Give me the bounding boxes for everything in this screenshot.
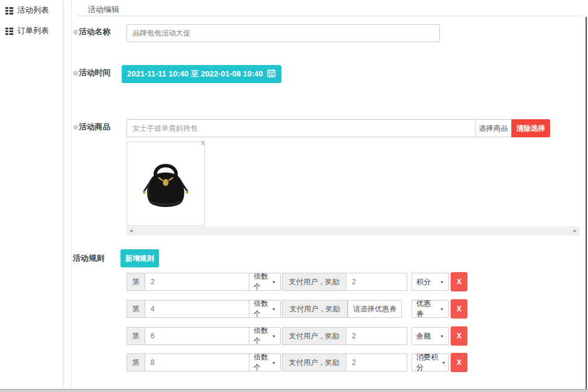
- rule-type-select[interactable]: 积分▼: [411, 273, 449, 291]
- activity-name-input[interactable]: [127, 24, 440, 42]
- rule-unit-select[interactable]: 倍数个▼: [249, 353, 281, 372]
- rule-type-select[interactable]: 余额▼: [411, 327, 449, 345]
- rule-prefix: 第: [127, 273, 145, 291]
- time-range-text: 2021-11-11 10:40 至 2022-01-08 10:40: [127, 69, 263, 79]
- rule-reward-label: 支付用户，奖励: [282, 327, 346, 345]
- chevron-down-icon: ▼: [272, 280, 276, 284]
- scroll-right-icon[interactable]: ►: [571, 226, 580, 235]
- activity-product-label: ⊛活动商品: [73, 122, 110, 132]
- activity-rules-label: 活动规则: [73, 253, 104, 264]
- delete-rule-button[interactable]: X: [451, 326, 468, 346]
- rule-reward-input[interactable]: [346, 273, 407, 291]
- activity-time-range-button[interactable]: 2021-11-11 10:40 至 2022-01-08 10:40: [122, 65, 281, 83]
- required-icon: ⊛: [73, 28, 78, 36]
- delete-rule-button[interactable]: X: [451, 272, 468, 291]
- rule-count-input[interactable]: [145, 300, 249, 318]
- delete-rule-button[interactable]: X: [451, 299, 468, 319]
- panel-left-border: [71, 0, 72, 389]
- rule-reward-input[interactable]: [346, 353, 407, 372]
- rule-prefix: 第: [127, 300, 145, 318]
- chevron-down-icon: ▼: [272, 334, 276, 338]
- rule-type-select[interactable]: 优惠券▼: [411, 300, 449, 318]
- sidebar-item-label: 订单列表: [17, 25, 49, 36]
- remove-product-icon[interactable]: x: [201, 139, 205, 146]
- rule-prefix: 第: [127, 353, 145, 372]
- horizontal-scrollbar[interactable]: ◄ ►: [127, 226, 580, 235]
- calendar-icon: [267, 69, 276, 79]
- select-product-button[interactable]: 选择商品: [475, 119, 511, 137]
- list-icon: [5, 27, 13, 35]
- page-bottom-bar: [0, 389, 588, 392]
- sidebar-item-order-list[interactable]: 订单列表: [5, 25, 49, 36]
- list-icon: [5, 7, 13, 14]
- tab-underline: [77, 16, 581, 16]
- rule-unit-select[interactable]: 倍数个▼: [249, 273, 281, 291]
- rule-count-input[interactable]: [145, 327, 249, 345]
- rule-count-input[interactable]: [145, 353, 249, 372]
- rule-type-select[interactable]: 消费积分▼: [411, 353, 449, 372]
- panel-right-border: [586, 17, 587, 389]
- activity-time-label: ⊛活动时间: [73, 67, 110, 78]
- chevron-down-icon: ▼: [440, 334, 444, 338]
- required-icon: ⊛: [73, 69, 78, 76]
- add-rule-button[interactable]: 新增规则: [120, 249, 159, 267]
- handbag-graphic: [137, 150, 195, 217]
- rule-reward-input[interactable]: [346, 327, 407, 345]
- sidebar-item-label: 活动列表: [17, 5, 49, 16]
- rule-unit-select[interactable]: 倍数个▼: [249, 300, 281, 318]
- required-icon: ⊛: [73, 123, 78, 131]
- chevron-down-icon: ▼: [272, 307, 276, 311]
- rule-reward-label: 支付用户，奖励: [282, 353, 346, 372]
- sidebar: 活动列表 订单列表: [0, 0, 63, 389]
- rule-reward-label: 支付用户，奖励: [282, 273, 346, 291]
- activity-name-label: ⊛活动名称: [73, 26, 110, 37]
- chevron-down-icon: ▼: [440, 307, 444, 311]
- select-coupon-button[interactable]: 请选择优惠券: [348, 300, 402, 318]
- tab-activity-edit[interactable]: 活动编辑: [88, 4, 119, 15]
- chevron-down-icon: ▼: [442, 361, 446, 365]
- product-name-input[interactable]: [127, 119, 476, 137]
- chevron-down-icon: ▼: [272, 361, 276, 365]
- rule-unit-select[interactable]: 倍数个▼: [249, 327, 281, 345]
- product-image: [127, 142, 205, 226]
- activity-edit-page: 活动列表 订单列表 活动编辑 ⊛活动名称 ⊛活动时间 2021-11-11 10…: [0, 0, 588, 392]
- scroll-left-icon[interactable]: ◄: [127, 226, 136, 235]
- rule-reward-label: 支付用户，奖励: [282, 300, 348, 318]
- chevron-down-icon: ▼: [440, 280, 444, 284]
- sidebar-item-activity-list[interactable]: 活动列表: [5, 5, 49, 16]
- clear-selection-button[interactable]: 清除选择: [511, 119, 550, 137]
- rule-prefix: 第: [127, 327, 145, 345]
- rule-count-input[interactable]: [145, 273, 249, 291]
- delete-rule-button[interactable]: X: [451, 353, 468, 372]
